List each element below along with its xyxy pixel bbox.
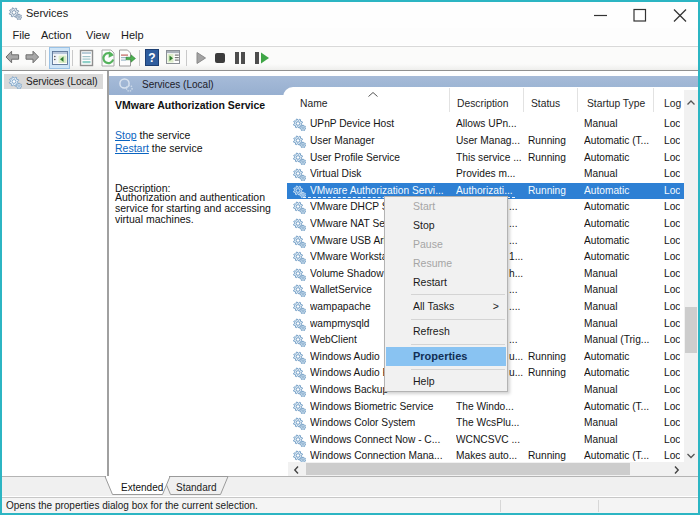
svg-text:?: ? (148, 51, 155, 65)
